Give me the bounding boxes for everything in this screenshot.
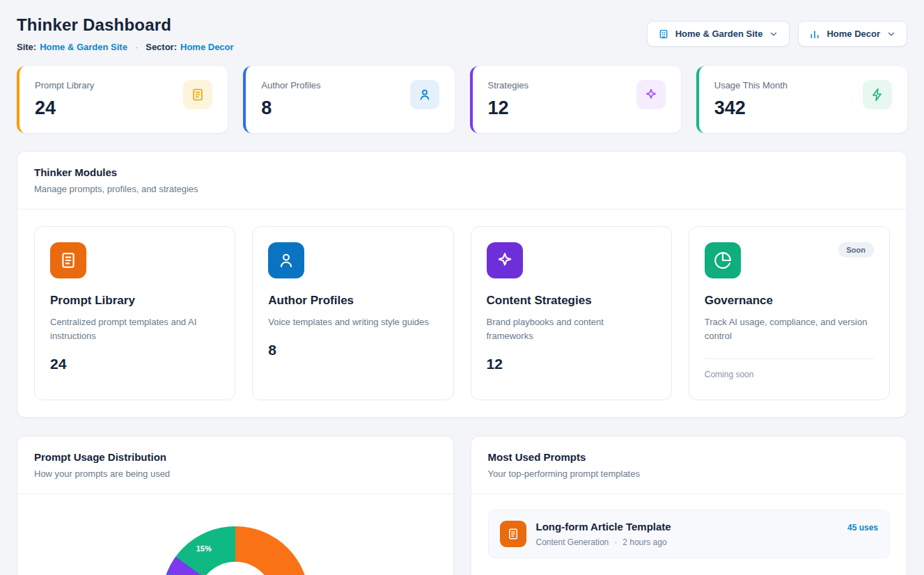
coming-soon-text: Coming soon [705,370,874,379]
stat-value: 24 [35,97,94,119]
sparkle-icon [636,80,666,109]
stat-card-author-profiles: Author Profiles 8 [243,66,454,133]
building-icon [658,29,669,40]
module-title: Content Strategies [487,294,656,308]
stat-label: Strategies [488,80,529,90]
breadcrumb: Site: Home & Garden Site · Sector: Home … [17,42,234,52]
most-used-prompts-panel: Most Used Prompts Your top-performing pr… [471,436,908,575]
document-icon-glyph [191,88,205,102]
donut-chart: 15% [162,526,309,575]
prompt-time: 2 hours ago [622,537,666,547]
sector-selector-dropdown[interactable]: Home Decor [798,21,907,47]
sparkle-icon-glyph [644,88,658,102]
modules-panel-title: Thinker Modules [34,166,890,178]
module-divider [705,359,874,359]
pie-chart-icon [705,242,741,278]
prompts-panel-title: Most Used Prompts [488,451,891,463]
stats-row: Prompt Library 24 Author Profiles 8 [17,66,907,133]
stat-value: 342 [714,97,788,119]
document-icon [183,80,212,109]
person-icon-glyph [418,88,432,102]
module-description: Voice templates and writing style guides [268,315,432,329]
chart-area: 15% [17,494,453,575]
module-title: Governance [705,294,874,308]
stat-value: 12 [488,97,529,119]
prompt-usage-panel: Prompt Usage Distribution How your promp… [17,436,454,575]
person-icon [268,242,304,278]
soon-badge: Soon [838,242,875,258]
prompt-item-meta: Content Generation · 2 hours ago [536,537,838,547]
sparkle-icon [487,242,523,278]
prompt-item-title: Long-form Article Template [536,521,838,533]
stat-text: Author Profiles 8 [261,80,320,119]
module-card-author-profiles[interactable]: Author Profiles Voice templates and writ… [252,226,453,400]
stat-value: 8 [261,97,320,119]
lightning-icon [863,80,892,109]
prompts-panel-header: Most Used Prompts Your top-performing pr… [471,436,907,494]
sector-link[interactable]: Home Decor [180,42,234,52]
prompt-item-body: Long-form Article Template Content Gener… [536,521,838,547]
chevron-down-icon [886,29,896,39]
stat-label: Usage This Month [714,80,788,90]
modules-grid: Prompt Library Centralized prompt templa… [17,210,907,417]
thinker-modules-panel: Thinker Modules Manage prompts, profiles… [17,151,907,418]
meta-separator: · [614,537,617,547]
module-card-content-strategies[interactable]: Content Strategies Brand playbooks and c… [471,226,672,400]
stat-label: Author Profiles [261,80,320,90]
module-count: 24 [50,356,219,372]
site-selector-value: Home & Garden Site [675,29,763,39]
usage-panel-subtitle: How your prompts are being used [34,468,437,479]
prompt-list-item[interactable]: Long-form Article Template Content Gener… [488,510,891,558]
module-description: Track AI usage, compliance, and version … [705,315,868,343]
module-count: 12 [487,356,656,372]
module-description: Brand playbooks and content frameworks [487,315,650,343]
header-actions: Home & Garden Site Home Decor [647,21,907,47]
person-icon [410,80,439,109]
module-card-governance[interactable]: Soon Governance Track AI usage, complian… [689,226,890,400]
meta-separator: · [135,42,138,52]
stat-card-usage: Usage This Month 342 [696,66,907,133]
page-title: Thinker Dashboard [17,15,234,35]
stat-card-strategies: Strategies 12 [470,66,681,133]
chevron-down-icon [769,29,778,39]
stat-text: Strategies 12 [488,80,529,119]
document-icon [500,521,526,547]
stat-label: Prompt Library [35,80,94,90]
lightning-icon-glyph [870,88,884,102]
stat-text: Usage This Month 342 [714,80,788,119]
stat-card-prompt-library: Prompt Library 24 [17,66,228,133]
stat-text: Prompt Library 24 [35,80,94,119]
module-title: Prompt Library [50,294,219,308]
site-selector-dropdown[interactable]: Home & Garden Site [647,21,790,47]
prompt-uses-badge: 45 uses [847,523,878,533]
bottom-row: Prompt Usage Distribution How your promp… [17,436,907,575]
module-card-prompt-library[interactable]: Prompt Library Centralized prompt templa… [34,226,235,400]
prompt-category: Content Generation [536,537,609,547]
module-count: 8 [268,342,437,359]
donut-segment-label: 15% [196,544,212,553]
prompts-panel-subtitle: Your top-performing prompt templates [488,468,891,479]
module-title: Author Profiles [268,294,437,308]
modules-panel-header: Thinker Modules Manage prompts, profiles… [17,152,907,210]
site-label: Site: [17,42,36,52]
module-description: Centralized prompt templates and AI inst… [50,315,214,343]
dashboard-page: Thinker Dashboard Site: Home & Garden Si… [0,0,924,575]
sector-label: Sector: [146,42,177,52]
usage-panel-header: Prompt Usage Distribution How your promp… [17,436,453,494]
modules-panel-subtitle: Manage prompts, profiles, and strategies [34,184,890,194]
page-header: Thinker Dashboard Site: Home & Garden Si… [17,15,907,52]
bar-chart-icon [809,29,820,40]
header-left: Thinker Dashboard Site: Home & Garden Si… [17,15,234,52]
usage-panel-title: Prompt Usage Distribution [34,451,437,463]
site-link[interactable]: Home & Garden Site [40,42,127,52]
sector-selector-value: Home Decor [827,29,880,39]
document-icon [50,242,86,278]
